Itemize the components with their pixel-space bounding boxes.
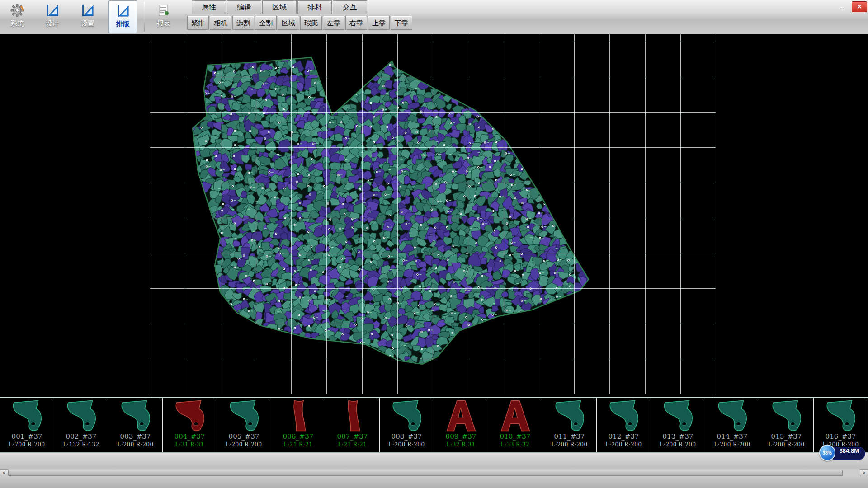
- ruler-icon: [81, 2, 94, 19]
- nav-settings-button[interactable]: 设置: [73, 0, 102, 33]
- tab-nest[interactable]: 排料: [297, 0, 332, 14]
- piece-name: 009_#37: [434, 432, 488, 441]
- window-footer: [0, 476, 868, 488]
- piece-count: L:200 R:200: [705, 441, 759, 448]
- piece-name: 002_#37: [54, 432, 108, 441]
- close-button[interactable]: ✕: [852, 1, 867, 12]
- piece-thumbnail: [274, 399, 322, 433]
- nav-settings-label: 设置: [81, 19, 94, 28]
- tool-region-button[interactable]: 区域: [278, 16, 299, 30]
- piece-count: L:21 R:21: [271, 441, 325, 448]
- tool-cluster-nest-button[interactable]: 聚排: [187, 16, 209, 30]
- piece-thumbnail: [57, 399, 105, 433]
- piece-thumbnail: [708, 399, 756, 433]
- piece-tile-005_#37[interactable]: 005_#37L:200 R:200: [217, 398, 271, 452]
- piece-thumbnail: [437, 399, 485, 433]
- horizontal-scrollbar[interactable]: < >: [0, 469, 868, 476]
- piece-tile-008_#37[interactable]: 008_#37L:200 R:200: [380, 398, 434, 452]
- piece-count: L:200 R:200: [651, 441, 705, 448]
- tool-button-row: 聚排相机选割全割区域瑕疵左靠右靠上靠下靠: [187, 16, 412, 30]
- bottom-chrome: [0, 453, 868, 469]
- nesting-canvas[interactable]: [0, 34, 868, 397]
- ribbon-menu: 属性编辑区域排料交互 聚排相机选割全割区域瑕疵左靠右靠上靠下靠: [192, 0, 412, 30]
- piece-tile-002_#37[interactable]: 002_#37L:132 R:132: [54, 398, 108, 452]
- piece-count: L:200 R:200: [217, 441, 271, 448]
- tool-camera-button[interactable]: 相机: [210, 16, 231, 30]
- nav-nesting-button[interactable]: 排版: [108, 0, 137, 33]
- tool-align-top-button[interactable]: 上靠: [368, 16, 390, 30]
- piece-tile-014_#37[interactable]: 014_#37L:200 R:200: [705, 398, 760, 452]
- nav-design-label: 设计: [46, 19, 59, 28]
- piece-tile-010_#37[interactable]: 010_#37L:33 R:32: [488, 398, 542, 452]
- piece-tile-004_#37[interactable]: 004_#37L:31 R:31: [163, 398, 217, 452]
- piece-tile-011_#37[interactable]: 011_#37L:200 R:200: [542, 398, 597, 452]
- piece-count: L:200 R:200: [542, 441, 596, 448]
- tab-properties[interactable]: 属性: [192, 0, 226, 14]
- piece-name: 014_#37: [705, 432, 759, 441]
- tab-region[interactable]: 区域: [262, 0, 297, 14]
- piece-thumbnail: [329, 399, 377, 433]
- gear-icon: [10, 2, 24, 19]
- tool-cut-all-button[interactable]: 全割: [255, 16, 277, 30]
- piece-thumbnail: [383, 399, 431, 433]
- nav-system-button[interactable]: 系统: [3, 0, 32, 33]
- piece-count: L:200 R:200: [760, 441, 813, 448]
- piece-thumbnail: [763, 399, 811, 433]
- piece-thumbnail: [546, 399, 594, 433]
- piece-tile-013_#37[interactable]: 013_#37L:200 R:200: [651, 398, 705, 452]
- scroll-right-button[interactable]: >: [860, 469, 868, 476]
- piece-thumbnail: [112, 399, 160, 433]
- piece-name: 006_#37: [271, 432, 325, 441]
- piece-name: 011_#37: [542, 432, 596, 441]
- piece-tile-009_#37[interactable]: 009_#37L:32 R:31: [434, 398, 488, 452]
- main-nav-buttons: 系统 设计 设置 排版 报表: [3, 0, 184, 34]
- piece-count: L:200 R:200: [380, 441, 434, 448]
- tab-interact[interactable]: 交互: [333, 0, 367, 14]
- piece-count: L:31 R:31: [163, 441, 217, 448]
- scroll-left-button[interactable]: <: [0, 469, 8, 476]
- nav-design-button[interactable]: 设计: [38, 0, 67, 33]
- piece-tile-016_#37[interactable]: 016_#37L:200 R:200: [814, 398, 868, 452]
- piece-name: 012_#37: [597, 432, 651, 441]
- app-window: 系统 设计 设置 排版 报表 属性编辑区域排料交互 聚排相机选割全割区域瑕疵左靠…: [0, 0, 868, 488]
- nav-nesting-label: 排版: [116, 20, 130, 28]
- piece-tile-006_#37[interactable]: 006_#37L:21 R:21: [271, 398, 326, 452]
- piece-count: L:200 R:200: [597, 441, 651, 448]
- ruler-icon: [116, 2, 130, 19]
- piece-tile-015_#37[interactable]: 015_#37L:200 R:200: [760, 398, 814, 452]
- tool-align-bottom-button[interactable]: 下靠: [391, 16, 412, 30]
- piece-thumbnail: [600, 399, 648, 433]
- nav-report-label: 报表: [157, 19, 170, 28]
- piece-count: L:132 R:132: [54, 441, 108, 448]
- scrollbar-thumb[interactable]: [8, 470, 843, 476]
- tool-align-left-button[interactable]: 左靠: [323, 16, 344, 30]
- piece-name: 015_#37: [760, 432, 813, 441]
- piece-name: 008_#37: [380, 432, 434, 441]
- minimize-button[interactable]: ─: [835, 3, 848, 12]
- piece-name: 003_#37: [108, 432, 162, 441]
- report-icon: [157, 2, 170, 19]
- nav-system-label: 系统: [10, 19, 24, 28]
- piece-count: L:21 R:21: [326, 441, 379, 448]
- nav-report-button[interactable]: 报表: [149, 0, 178, 33]
- piece-name: 016_#37: [814, 432, 868, 441]
- ruler-icon: [46, 2, 59, 19]
- piece-tile-003_#37[interactable]: 003_#37L:200 R:200: [108, 398, 163, 452]
- tool-align-right-button[interactable]: 右靠: [345, 16, 367, 30]
- piece-tile-007_#37[interactable]: 007_#37L:21 R:21: [326, 398, 380, 452]
- menu-tab-row: 属性编辑区域排料交互: [192, 0, 412, 14]
- status-indicator: 384.8M 38%: [819, 445, 865, 461]
- piece-name: 005_#37: [217, 432, 271, 441]
- piece-name: 010_#37: [488, 432, 542, 441]
- pieces-strip: 001_#37L:700 R:700 002_#37L:132 R:132 00…: [0, 397, 868, 453]
- piece-tile-001_#37[interactable]: 001_#37L:700 R:700: [0, 398, 54, 452]
- piece-count: L:33 R:32: [488, 441, 542, 448]
- tool-select-cut-button[interactable]: 选割: [232, 16, 254, 30]
- piece-thumbnail: [817, 399, 865, 433]
- piece-count: L:32 R:31: [434, 441, 488, 448]
- piece-count: L:700 R:700: [0, 441, 54, 448]
- piece-tile-012_#37[interactable]: 012_#37L:200 R:200: [597, 398, 651, 452]
- piece-name: 007_#37: [326, 432, 379, 441]
- tab-edit[interactable]: 编辑: [227, 0, 261, 14]
- tool-defect-button[interactable]: 瑕疵: [300, 16, 322, 30]
